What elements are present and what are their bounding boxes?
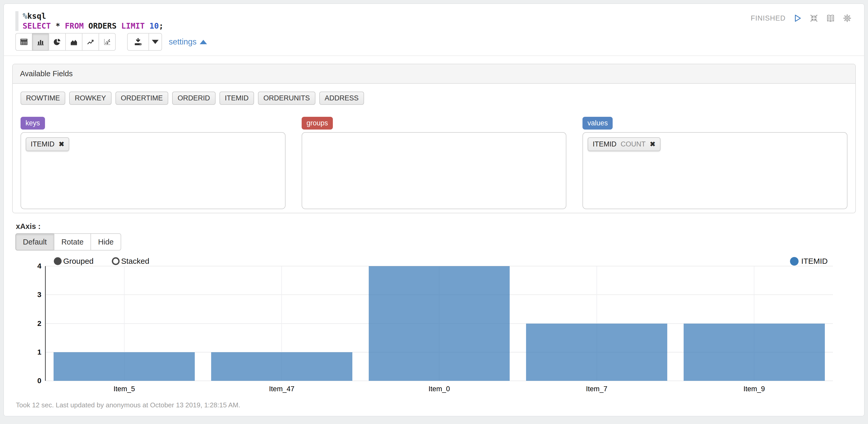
bar-chart: GroupedStacked ITEMID 01234Item_5Item_47… bbox=[4, 257, 864, 396]
xaxis-rotate-button[interactable]: Rotate bbox=[54, 233, 91, 250]
code-token: ksql bbox=[27, 11, 46, 21]
x-tick-label: Item_47 bbox=[269, 385, 294, 393]
values-dropzone[interactable]: ITEMIDCOUNT✖ bbox=[583, 132, 847, 209]
remove-chip-button[interactable]: ✖ bbox=[59, 140, 64, 148]
y-axis-line bbox=[45, 266, 46, 381]
scatter-chart-button[interactable] bbox=[98, 33, 116, 51]
chevron-down-icon bbox=[152, 40, 159, 44]
code-token: ; bbox=[159, 21, 163, 30]
line-chart-button[interactable] bbox=[82, 33, 99, 51]
line-chart-icon bbox=[86, 37, 95, 46]
pie-chart-icon bbox=[53, 37, 62, 46]
xaxis-mode-switcher: DefaultRotateHide bbox=[16, 233, 121, 250]
compress-icon bbox=[809, 13, 819, 23]
download-button[interactable] bbox=[127, 33, 149, 51]
paragraph-status: FINISHED bbox=[751, 14, 785, 22]
code-line: %ksql bbox=[23, 11, 163, 21]
y-tick-label: 1 bbox=[37, 348, 41, 356]
field-chips-row: ROWTIMEROWKEYORDERTIMEORDERIDITEMIDORDER… bbox=[21, 92, 847, 105]
bar[interactable] bbox=[211, 352, 352, 381]
field-chip[interactable]: ORDERID bbox=[172, 92, 216, 105]
zone-badge-groups: groups bbox=[302, 117, 333, 129]
field-chip[interactable]: ITEMID bbox=[219, 92, 254, 105]
remove-chip-button[interactable]: ✖ bbox=[650, 140, 656, 148]
grouped-radio[interactable]: Grouped bbox=[54, 257, 94, 266]
download-icon bbox=[133, 37, 143, 47]
pivot-chip[interactable]: ITEMIDCOUNT✖ bbox=[588, 137, 660, 151]
code-token: FROM bbox=[65, 21, 84, 30]
bar[interactable] bbox=[684, 324, 825, 381]
panel-body: ROWTIMEROWKEYORDERTIMEORDERIDITEMIDORDER… bbox=[13, 84, 855, 213]
paragraph-card: %ksqlSELECT * FROM ORDERS LIMIT 10; FINI… bbox=[3, 3, 865, 417]
code-token: * bbox=[51, 21, 65, 30]
radio-label: Grouped bbox=[63, 257, 94, 266]
area-chart-button[interactable] bbox=[65, 33, 83, 51]
bar-chart-icon bbox=[36, 37, 45, 46]
field-chip[interactable]: ORDERTIME bbox=[116, 92, 168, 105]
plot-area: 01234Item_5Item_47Item_0Item_7Item_9 bbox=[45, 266, 833, 381]
table-view-button[interactable] bbox=[16, 33, 32, 51]
legend-dot-icon bbox=[790, 257, 799, 266]
visualization-toolbar: settings bbox=[16, 33, 864, 51]
paragraph-header: %ksqlSELECT * FROM ORDERS LIMIT 10; FINI… bbox=[4, 4, 864, 31]
radio-unselected-icon bbox=[112, 257, 120, 265]
book-icon bbox=[826, 13, 836, 23]
scatter-chart-icon bbox=[103, 37, 112, 46]
settings-toggle-link[interactable]: settings bbox=[169, 37, 207, 47]
groups-dropzone[interactable] bbox=[302, 132, 567, 209]
x-tick-label: Item_7 bbox=[586, 385, 608, 393]
x-tick-label: Item_0 bbox=[429, 385, 450, 393]
bar[interactable] bbox=[369, 266, 510, 381]
code-token: % bbox=[23, 11, 27, 21]
chevron-up-icon bbox=[200, 40, 207, 44]
y-tick-label: 3 bbox=[37, 291, 41, 299]
chart-type-switcher bbox=[16, 33, 116, 51]
y-tick-label: 2 bbox=[37, 320, 41, 328]
stacked-radio[interactable]: Stacked bbox=[112, 257, 149, 266]
pie-chart-button[interactable] bbox=[49, 33, 66, 51]
play-icon bbox=[793, 13, 802, 23]
code-editor[interactable]: %ksqlSELECT * FROM ORDERS LIMIT 10; bbox=[16, 11, 163, 31]
keys-dropzone[interactable]: ITEMID✖ bbox=[21, 132, 285, 209]
zone-values: valuesITEMIDCOUNT✖ bbox=[583, 117, 847, 209]
bar-chart-button[interactable] bbox=[32, 33, 49, 51]
bar[interactable] bbox=[54, 352, 195, 381]
run-button[interactable] bbox=[792, 13, 802, 23]
xaxis-hide-button[interactable]: Hide bbox=[91, 233, 121, 250]
field-chip[interactable]: ADDRESS bbox=[319, 92, 364, 105]
toolbar-divider bbox=[4, 55, 864, 56]
pivot-zones: keysITEMID✖groupsvaluesITEMIDCOUNT✖ bbox=[21, 117, 847, 209]
paragraph-settings-button[interactable] bbox=[842, 13, 852, 23]
y-tick-label: 0 bbox=[37, 377, 41, 385]
field-chip[interactable]: ORDERUNITS bbox=[258, 92, 315, 105]
zone-groups: groups bbox=[302, 117, 567, 209]
field-chip[interactable]: ROWTIME bbox=[21, 92, 65, 105]
code-token: LIMIT bbox=[121, 21, 145, 30]
code-line: SELECT * FROM ORDERS LIMIT 10; bbox=[23, 21, 163, 31]
pivot-chip[interactable]: ITEMID✖ bbox=[26, 137, 69, 151]
download-group bbox=[127, 33, 162, 51]
xaxis-default-button[interactable]: Default bbox=[16, 233, 54, 250]
download-dropdown-button[interactable] bbox=[149, 33, 162, 51]
field-chip[interactable]: ROWKEY bbox=[69, 92, 111, 105]
zone-badge-keys: keys bbox=[21, 117, 45, 129]
panel-title: Available Fields bbox=[13, 64, 855, 84]
code-token: ORDERS bbox=[84, 21, 121, 30]
execution-info: Took 12 sec. Last updated by anonymous a… bbox=[16, 401, 240, 409]
x-tick-label: Item_9 bbox=[743, 385, 765, 393]
legend-item[interactable]: ITEMID bbox=[790, 257, 828, 266]
available-fields-panel: Available Fields ROWTIMEROWKEYORDERTIMEO… bbox=[12, 64, 856, 213]
y-tick-label: 4 bbox=[37, 262, 41, 270]
chart-mode-controls: GroupedStacked bbox=[54, 257, 149, 266]
bar[interactable] bbox=[526, 324, 667, 381]
chip-label: ITEMID bbox=[31, 140, 55, 148]
toggle-editor-button[interactable] bbox=[826, 13, 836, 23]
code-token: 10 bbox=[150, 21, 159, 30]
shrink-width-button[interactable] bbox=[809, 13, 819, 23]
code-token bbox=[145, 21, 150, 30]
code-token: SELECT bbox=[23, 21, 51, 30]
x-tick-label: Item_5 bbox=[114, 385, 135, 393]
chip-label: ITEMID bbox=[593, 140, 617, 148]
chip-aggregation[interactable]: COUNT bbox=[621, 140, 646, 148]
legend-label: ITEMID bbox=[801, 257, 828, 266]
